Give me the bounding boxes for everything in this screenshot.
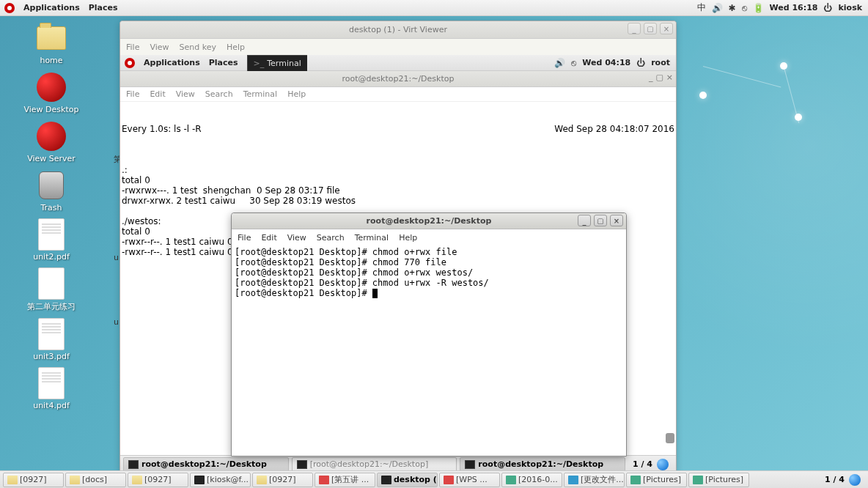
maximize-button[interactable]: ▢ [655, 73, 663, 82]
power-icon[interactable]: ⏻ [823, 3, 832, 13]
taskbar-item[interactable]: [docs] [65, 473, 126, 487]
icon-label: unit2.pdf [33, 252, 70, 262]
view-server-launcher[interactable]: View Server [7, 120, 95, 163]
menu-file[interactable]: File [126, 42, 139, 52]
volume-icon[interactable]: 🔊 [712, 3, 723, 13]
taskbar-item[interactable]: root@desktop21:~/Desktop [460, 457, 625, 472]
bluetooth-icon[interactable]: ✱ [729, 3, 736, 13]
volume-icon[interactable]: 🔊 [554, 58, 565, 68]
virt-titlebar[interactable]: desktop (1) - Virt Viewer _ ▢ × [120, 21, 676, 39]
show-desktop-button[interactable] [657, 459, 669, 470]
menu-sendkey[interactable]: Send key [180, 42, 216, 52]
view-desktop-launcher[interactable]: View Desktop [7, 71, 95, 114]
app-icon [70, 476, 80, 484]
menu-file[interactable]: File [238, 233, 251, 243]
taskbar-item[interactable]: [2016-0... [501, 473, 562, 487]
app-icon [132, 476, 142, 484]
icon-label: Trash [40, 203, 62, 212]
taskbar-item[interactable]: [kiosk@f... [190, 473, 251, 487]
file-odt[interactable]: 第二单元练习 [7, 267, 95, 312]
close-button[interactable]: × [666, 73, 673, 82]
terminal-icon [128, 460, 139, 469]
fg-term-output[interactable]: [root@desktop21 Desktop]# chmod o+rwx fi… [232, 245, 626, 456]
terminal-taskbutton[interactable]: >_ Terminal [247, 55, 307, 71]
app-icon [381, 476, 391, 484]
terminal-icon [297, 460, 307, 469]
applications-menu[interactable]: Applications [23, 3, 80, 12]
scrollbar[interactable] [666, 433, 674, 443]
home-folder[interactable]: home [7, 22, 95, 65]
taskbar-item[interactable]: [0927] [3, 473, 64, 487]
user-menu[interactable]: kiosk [838, 3, 862, 12]
maximize-button[interactable]: ▢ [594, 215, 607, 226]
taskbar-item[interactable]: [Pictures] [688, 473, 749, 487]
fg-term-titlebar[interactable]: root@desktop21:~/Desktop _ ▢ × [232, 213, 626, 229]
network-icon[interactable]: ⎋ [571, 58, 576, 68]
clock[interactable]: Wed 16:18 [770, 3, 818, 12]
menu-edit[interactable]: Edit [150, 89, 165, 99]
taskbar-item[interactable]: [0927] [252, 473, 313, 487]
workspace-indicator[interactable]: 1 / 4 [825, 475, 845, 484]
menu-terminal[interactable]: Terminal [355, 233, 389, 243]
close-button[interactable]: × [660, 23, 673, 34]
battery-icon[interactable]: 🔋 [753, 3, 764, 13]
taskbar-item[interactable]: [0927] [128, 473, 188, 487]
minimize-button[interactable]: _ [628, 23, 641, 34]
window-title: root@desktop21:~/Desktop [342, 74, 455, 84]
taskbar-item[interactable]: [第五讲 ... [315, 473, 375, 487]
ime-indicator[interactable]: 中 [697, 1, 706, 14]
taskbar-item[interactable]: root@desktop21:~/Desktop [123, 457, 289, 472]
maximize-button[interactable]: ▢ [644, 23, 657, 34]
distro-icon [4, 3, 15, 13]
taskbar-item[interactable]: [root@desktop21:~/Desktop] [292, 457, 457, 472]
places-menu[interactable]: Places [209, 58, 238, 67]
menu-file[interactable]: File [126, 89, 139, 99]
app-icon [194, 476, 205, 484]
file-unit4[interactable]: unit4.pdf [7, 367, 95, 410]
user-menu[interactable]: root [651, 58, 670, 67]
taskbar-item[interactable]: [更改文件... [564, 473, 625, 487]
file-unit3[interactable]: unit3.pdf [7, 318, 95, 361]
redhat-icon [37, 122, 66, 151]
power-icon[interactable]: ⏻ [636, 58, 645, 68]
watch-term-titlebar[interactable]: root@desktop21:~/Desktop _ ▢ × [120, 71, 676, 87]
pdf-icon [38, 318, 65, 350]
watch-timestamp: Wed Sep 28 04:18:07 2016 [554, 124, 674, 134]
network-icon[interactable]: ⎋ [742, 3, 747, 13]
places-menu[interactable]: Places [89, 3, 118, 12]
menu-help[interactable]: Help [227, 42, 245, 52]
menu-view[interactable]: View [150, 42, 169, 52]
taskbar-item[interactable]: desktop (... [377, 473, 438, 487]
minimize-button[interactable]: _ [649, 73, 653, 82]
menu-edit[interactable]: Edit [261, 233, 276, 243]
host-bottom-taskbar: [0927][docs][0927][kiosk@f...[0927][第五讲 … [0, 470, 868, 488]
menu-view[interactable]: View [176, 89, 195, 99]
cursor [372, 289, 378, 298]
taskbar-item[interactable]: [Pictures] [626, 473, 687, 487]
file-unit2[interactable]: unit2.pdf [7, 218, 95, 262]
guest-top-panel: Applications Places >_ Terminal 🔊 ⎋ Wed … [120, 55, 676, 71]
workspace-indicator[interactable]: 1 / 4 [633, 459, 652, 469]
menu-help[interactable]: Help [287, 89, 306, 99]
folder-icon [37, 26, 66, 50]
app-icon [257, 476, 267, 484]
trash[interactable]: Trash [7, 169, 95, 212]
foreground-terminal-window[interactable]: root@desktop21:~/Desktop _ ▢ × File Edit… [231, 212, 627, 456]
applications-menu[interactable]: Applications [144, 58, 200, 67]
menu-terminal[interactable]: Terminal [243, 89, 278, 99]
app-icon [630, 476, 641, 484]
close-button[interactable]: × [610, 215, 623, 226]
menu-help[interactable]: Help [399, 233, 417, 243]
clock[interactable]: Wed 04:18 [582, 58, 630, 67]
fg-term-menubar: File Edit View Search Terminal Help [232, 229, 626, 245]
clipped-label: u [114, 253, 119, 262]
menu-search[interactable]: Search [205, 89, 233, 99]
menu-search[interactable]: Search [317, 233, 345, 243]
pdf-icon [38, 218, 65, 251]
menu-view[interactable]: View [287, 233, 306, 243]
taskbar-item[interactable]: [WPS ... [439, 473, 500, 487]
minimize-button[interactable]: _ [578, 215, 591, 226]
app-icon [568, 476, 578, 484]
show-desktop-button[interactable] [849, 474, 861, 486]
app-icon [7, 476, 18, 484]
